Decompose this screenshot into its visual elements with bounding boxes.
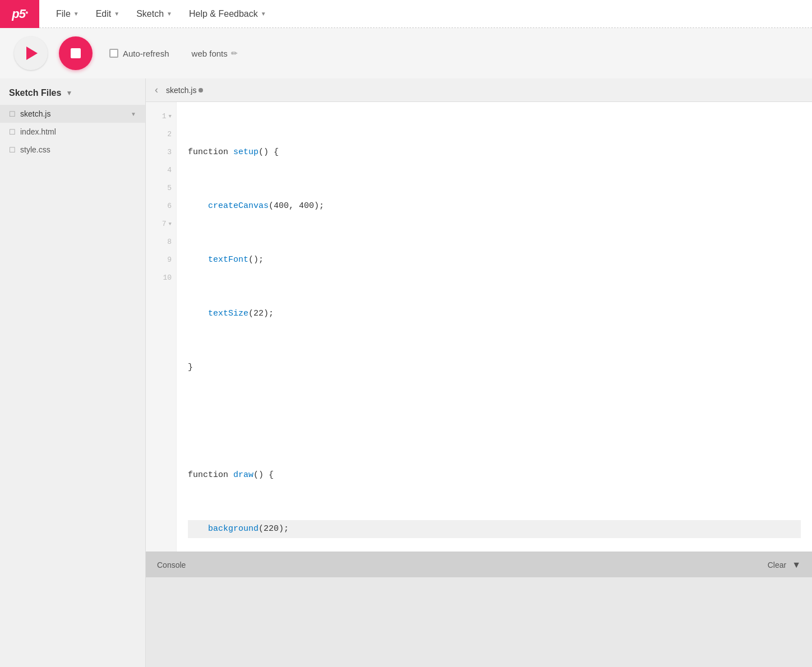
- file-name-sketch-js: sketch.js: [20, 109, 50, 118]
- line-number-10: 10: [146, 269, 176, 287]
- code-line-7: function draw() {: [188, 466, 801, 484]
- file-item-style-css[interactable]: ☐ style.css: [0, 141, 145, 159]
- code-line-4: textSize(22);: [188, 305, 801, 323]
- auto-refresh-area: Auto-refresh: [109, 49, 169, 58]
- tab-modified-indicator: [199, 88, 203, 92]
- console-panel: Console Clear ▼: [146, 552, 812, 667]
- menu-edit-label: Edit: [96, 9, 112, 19]
- console-body: [146, 577, 812, 667]
- code-line-6: [188, 413, 801, 430]
- logo-text: p5: [12, 7, 25, 21]
- code-line-3: textFont();: [188, 251, 801, 269]
- fold-arrow: ▼: [169, 215, 172, 233]
- menu-file[interactable]: File ▼: [50, 4, 85, 24]
- file-list: ☐ sketch.js ▼ ☐ index.html ☐ style.css: [0, 105, 145, 159]
- fold-arrow: ▼: [169, 108, 172, 126]
- web-fonts-area[interactable]: web fonts ✏: [192, 49, 238, 58]
- chevron-down-icon: ▼: [261, 11, 266, 17]
- menu-items: File ▼ Edit ▼ Sketch ▼ Help & Feedback ▼: [39, 4, 272, 24]
- line-numbers: 1 ▼ 2 3 4 5 6 7: [146, 102, 177, 552]
- console-header: Console Clear ▼: [146, 552, 812, 577]
- console-actions: Clear ▼: [768, 560, 801, 570]
- toolbar: Auto-refresh web fonts ✏: [0, 28, 812, 78]
- tab-sketch-js[interactable]: sketch.js: [166, 86, 203, 95]
- tab-label-text: sketch.js: [166, 86, 196, 95]
- console-clear-button[interactable]: Clear: [768, 561, 786, 569]
- chevron-down-icon: ▼: [167, 11, 172, 17]
- pencil-icon: ✏: [231, 49, 238, 58]
- chevron-down-icon: ▼: [73, 11, 79, 17]
- menu-bar: p5* File ▼ Edit ▼ Sketch ▼ Help & Feedba…: [0, 0, 812, 28]
- play-icon: [26, 47, 38, 60]
- menu-file-label: File: [56, 9, 71, 19]
- auto-refresh-label: Auto-refresh: [123, 49, 169, 58]
- code-content[interactable]: function setup() { createCanvas(400, 400…: [177, 102, 812, 552]
- sidebar-title: Sketch Files: [9, 88, 61, 98]
- chevron-down-icon: ▼: [131, 111, 136, 117]
- menu-sketch-label: Sketch: [136, 9, 164, 19]
- line-number-4: 4: [146, 161, 176, 179]
- chevron-down-icon: ▼: [66, 89, 72, 97]
- code-editor[interactable]: 1 ▼ 2 3 4 5 6 7: [146, 102, 812, 552]
- menu-help-label: Help & Feedback: [189, 9, 258, 19]
- file-icon: ☐: [9, 110, 16, 118]
- sidebar-header: Sketch Files ▼: [0, 81, 145, 105]
- tab-back-button[interactable]: ‹: [151, 82, 162, 98]
- line-number-8: 8: [146, 233, 176, 251]
- menu-edit[interactable]: Edit ▼: [90, 4, 125, 24]
- chevron-down-icon: ▼: [114, 11, 119, 17]
- file-icon: ☐: [9, 128, 16, 136]
- line-number-6: 6: [146, 197, 176, 215]
- p5-logo: p5*: [0, 0, 39, 28]
- code-line-1: function setup() {: [188, 143, 801, 161]
- editor-area: ‹ sketch.js 1 ▼ 2 3 4: [146, 78, 812, 667]
- main-layout: Sketch Files ▼ ☐ sketch.js ▼ ☐ index.htm…: [0, 78, 812, 667]
- sidebar: Sketch Files ▼ ☐ sketch.js ▼ ☐ index.htm…: [0, 78, 146, 667]
- file-name-index-html: index.html: [20, 127, 56, 136]
- line-number-1: 1 ▼: [146, 108, 176, 126]
- stop-icon: [71, 48, 81, 58]
- menu-help[interactable]: Help & Feedback ▼: [183, 4, 272, 24]
- code-line-5: }: [188, 359, 801, 377]
- stop-button[interactable]: [59, 36, 93, 70]
- console-title: Console: [157, 561, 186, 569]
- auto-refresh-checkbox[interactable]: [109, 49, 118, 58]
- menu-sketch[interactable]: Sketch ▼: [131, 4, 178, 24]
- file-name-style-css: style.css: [20, 145, 50, 154]
- chevron-down-icon[interactable]: ▼: [792, 560, 801, 570]
- line-number-9: 9: [146, 251, 176, 269]
- file-item-index-html[interactable]: ☐ index.html: [0, 123, 145, 141]
- play-button[interactable]: [14, 36, 48, 70]
- logo-asterisk: *: [25, 10, 27, 18]
- code-line-2: createCanvas(400, 400);: [188, 197, 801, 215]
- line-number-7: 7 ▼: [146, 215, 176, 233]
- file-icon: ☐: [9, 146, 16, 154]
- web-fonts-label: web fonts: [192, 49, 228, 58]
- line-number-5: 5: [146, 179, 176, 197]
- line-number-2: 2: [146, 126, 176, 143]
- editor-tabs: ‹ sketch.js: [146, 78, 812, 102]
- file-item-sketch-js[interactable]: ☐ sketch.js ▼: [0, 105, 145, 123]
- line-number-3: 3: [146, 143, 176, 161]
- code-line-8: background(220);: [188, 520, 801, 538]
